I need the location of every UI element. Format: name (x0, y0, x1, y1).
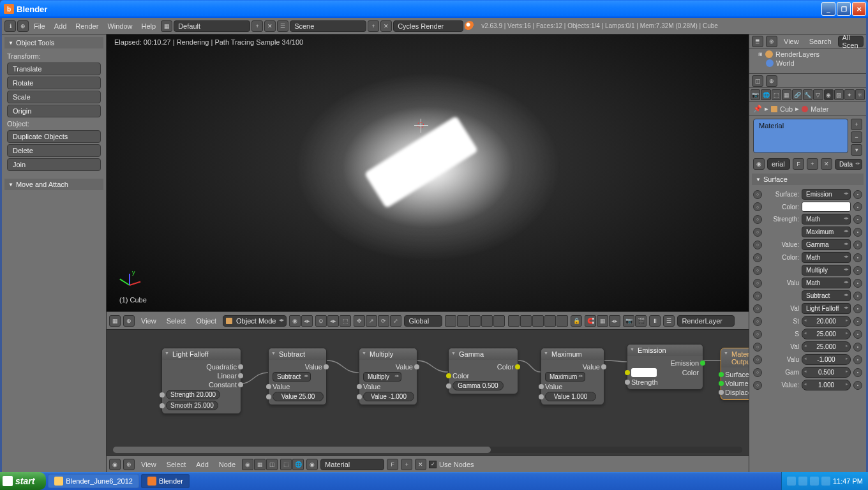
layer-btn[interactable] (445, 315, 456, 327)
layer-btn[interactable] (544, 315, 556, 327)
layer-btn[interactable] (520, 315, 532, 327)
property-number[interactable]: -1.000 (802, 354, 851, 365)
mat-unlink-icon[interactable]: ✕ (821, 158, 832, 170)
input-link-icon[interactable]: • (853, 190, 862, 199)
node-link-icon[interactable]: ○ (753, 202, 762, 211)
delete-button[interactable]: Delete (7, 144, 101, 157)
outliner-type-icon[interactable]: ≣ (752, 36, 763, 47)
vp-menu-select[interactable]: Select (163, 316, 190, 326)
property-number[interactable]: 20.000 (802, 316, 851, 327)
menu-add[interactable]: Add (50, 21, 71, 31)
property-dropdown[interactable]: Math (802, 214, 851, 225)
menu-render[interactable]: Render (71, 21, 102, 31)
input-link-icon[interactable]: • (853, 381, 862, 390)
property-dropdown[interactable]: Emission (802, 189, 851, 200)
scale-button[interactable]: Scale (7, 91, 101, 103)
property-number[interactable]: 25.000 (802, 329, 851, 339)
tab-material[interactable]: ◉ (824, 89, 834, 100)
render-anim-icon[interactable]: 🎬 (635, 315, 647, 327)
shader-type-icon[interactable]: ◉ (242, 459, 253, 470)
slot-menu-icon[interactable]: ▾ (851, 144, 862, 156)
manip-trans-icon[interactable]: ↗ (366, 315, 377, 327)
tab-physics[interactable]: ⚛ (855, 89, 865, 100)
input-link-icon[interactable]: • (853, 292, 862, 301)
scene-del-icon[interactable]: ✕ (380, 20, 392, 32)
tray-icon[interactable] (810, 477, 819, 486)
mat-del-icon[interactable]: ✕ (415, 459, 426, 470)
layer-btn[interactable] (557, 315, 568, 327)
translate-button[interactable]: Translate (7, 63, 101, 75)
props-collapse-icon[interactable]: ⊕ (766, 75, 777, 87)
layer-btn[interactable] (457, 315, 468, 327)
value-field[interactable]: Value 1.000 (545, 392, 596, 401)
outliner-search[interactable]: Search (805, 36, 835, 47)
pivot-icon[interactable]: ⊙ (315, 315, 327, 327)
input-link-icon[interactable]: • (853, 279, 862, 288)
input-link-icon[interactable]: • (853, 343, 862, 352)
value-field[interactable]: Value 25.00 (273, 392, 324, 401)
ne-menu-select[interactable]: Select (163, 459, 190, 470)
tab-scene[interactable]: 🌐 (761, 89, 770, 100)
snap-toggle-icon[interactable]: 🧲 (585, 315, 596, 327)
node-link-icon[interactable]: ○ (753, 266, 762, 275)
collapse-menu-icon[interactable]: ⊕ (17, 20, 29, 32)
lock-camera-icon[interactable]: 🔒 (571, 315, 582, 327)
snap-target-icon[interactable]: ◂▸ (609, 315, 620, 327)
viewport-collapse-icon[interactable]: ⊕ (123, 315, 135, 327)
layout-browse-icon[interactable]: ▦ (161, 20, 172, 32)
scene-field[interactable]: Scene (290, 20, 366, 32)
vp-menu-view[interactable]: View (137, 316, 160, 326)
property-dropdown[interactable]: Gamma (802, 239, 851, 250)
node-title[interactable]: Material Outpu (721, 348, 749, 368)
3d-viewport[interactable]: Elapsed: 00:10.27 | Rendering | Path Tra… (107, 34, 749, 311)
render-engine-field[interactable]: Cycles Render (393, 20, 463, 32)
tray-icon[interactable] (821, 477, 830, 486)
value-field[interactable]: Value -1.000 (363, 392, 414, 401)
node-link-icon[interactable]: ○ (753, 253, 762, 262)
node-link-icon[interactable]: ○ (753, 304, 762, 313)
tab-particles[interactable]: ✦ (844, 89, 854, 100)
mat-add-icon[interactable]: + (401, 459, 412, 470)
strength-field[interactable]: Strength 20.000 (166, 390, 220, 399)
node-scrollbar[interactable] (113, 447, 742, 453)
node-title[interactable]: Maximum (541, 348, 604, 360)
node-link-icon[interactable]: ○ (753, 368, 762, 377)
layout-add-icon[interactable]: + (251, 20, 263, 32)
node-link-icon[interactable]: ○ (753, 228, 762, 237)
property-number[interactable]: 0.500 (802, 367, 851, 378)
tray-icon[interactable] (798, 477, 807, 486)
property-number[interactable]: 25.000 (802, 341, 851, 352)
surface-header[interactable]: Surface (752, 174, 864, 185)
node-multiply[interactable]: Multiply Value Multiply Value Value -1.0… (359, 348, 417, 405)
outliner-collapse-icon[interactable]: ⊕ (766, 36, 777, 47)
input-link-icon[interactable]: • (853, 355, 862, 364)
menu-window[interactable]: Window (103, 21, 136, 31)
input-link-icon[interactable]: • (853, 241, 862, 249)
op-dropdown[interactable]: Subtract (273, 372, 311, 382)
node-link-icon[interactable]: ○ (753, 241, 762, 249)
renderlayer-field[interactable]: RenderLayer (677, 315, 735, 327)
node-title[interactable]: Light Falloff (162, 348, 241, 360)
taskbar-item[interactable]: Blender_June6_2012 (48, 474, 139, 488)
node-link-icon[interactable]: ○ (753, 215, 762, 224)
tab-render[interactable]: 📷 (751, 89, 760, 100)
object-tools-header[interactable]: Object Tools (4, 37, 103, 48)
node-editor-type-icon[interactable]: ◉ (109, 459, 121, 470)
outliner-item[interactable]: World (752, 59, 864, 68)
material-name-field[interactable]: Material (320, 459, 384, 470)
scene-add-icon[interactable]: + (368, 20, 379, 32)
taskbar-item[interactable]: Blender (141, 474, 190, 488)
node-maximum[interactable]: Maximum Value Maximum Value Value 1.000 (541, 348, 604, 405)
node-title[interactable]: Gamma (449, 348, 518, 360)
layer-btn[interactable] (508, 315, 520, 327)
node-link-icon[interactable]: ○ (753, 317, 762, 326)
outliner-filter[interactable]: All Scen (838, 36, 864, 47)
viewport-type-icon[interactable]: ▦ (109, 315, 121, 327)
property-dropdown[interactable]: Math (802, 252, 851, 263)
slot-remove-icon[interactable]: − (851, 131, 862, 143)
shading-dd-icon[interactable]: ◂▸ (301, 315, 313, 327)
compositor-type-icon[interactable]: ▦ (254, 459, 266, 470)
smooth-field[interactable]: Smooth 25.000 (166, 401, 218, 410)
texture-type-icon[interactable]: ◫ (266, 459, 278, 470)
input-link-icon[interactable]: • (853, 253, 862, 262)
